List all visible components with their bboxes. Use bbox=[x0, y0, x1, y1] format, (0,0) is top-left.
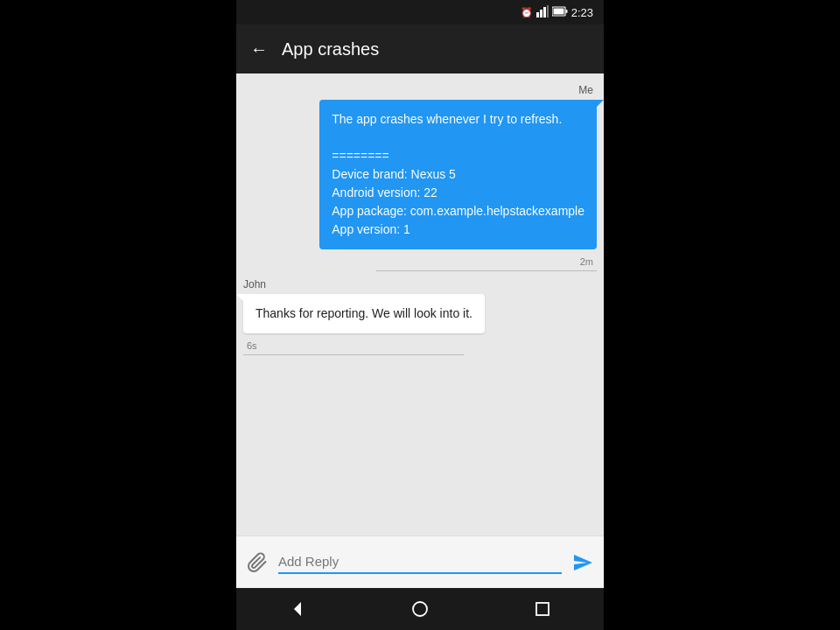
received-timestamp: 6s bbox=[236, 340, 604, 351]
received-message-text: Thanks for reporting. We will look into … bbox=[256, 306, 472, 320]
reply-input[interactable] bbox=[278, 550, 562, 572]
received-divider bbox=[243, 354, 464, 355]
send-icon bbox=[572, 552, 593, 573]
sent-timestamp: 2m bbox=[236, 256, 604, 267]
send-button[interactable] bbox=[569, 549, 597, 577]
svg-marker-7 bbox=[294, 602, 301, 616]
app-bar: ← App crashes bbox=[236, 24, 604, 74]
svg-rect-0 bbox=[536, 12, 539, 18]
back-button[interactable]: ← bbox=[250, 39, 268, 60]
svg-rect-1 bbox=[540, 10, 542, 18]
status-time: 2:23 bbox=[571, 6, 593, 19]
nav-recents-button[interactable] bbox=[525, 592, 560, 626]
alarm-icon: ⏰ bbox=[521, 7, 533, 18]
reply-input-wrapper bbox=[278, 550, 562, 574]
message-bubble-received: Thanks for reporting. We will look into … bbox=[243, 294, 485, 333]
message-container-received: John Thanks for reporting. We will look … bbox=[236, 278, 604, 333]
message-bubble-sent: The app crashes whenever I try to refres… bbox=[319, 100, 597, 249]
input-underline bbox=[278, 572, 562, 574]
message-container-sent: Me The app crashes whenever I try to ref… bbox=[236, 84, 604, 249]
status-icons: ⏰ 2:23 bbox=[521, 5, 593, 19]
nav-home-button[interactable] bbox=[402, 592, 438, 626]
input-area bbox=[236, 536, 604, 588]
svg-rect-2 bbox=[543, 7, 546, 18]
svg-rect-6 bbox=[553, 9, 564, 15]
attach-button[interactable] bbox=[243, 549, 271, 577]
phone-frame: ⏰ 2:23 ← App crashes bbox=[236, 0, 604, 630]
nav-bar bbox=[236, 588, 604, 630]
paperclip-icon bbox=[247, 552, 268, 573]
nav-back-button[interactable] bbox=[280, 592, 315, 626]
chat-area: Me The app crashes whenever I try to ref… bbox=[236, 74, 604, 536]
svg-rect-9 bbox=[536, 603, 549, 615]
sent-divider bbox=[376, 270, 597, 271]
app-bar-title: App crashes bbox=[282, 39, 379, 60]
signal-icon bbox=[536, 5, 549, 19]
svg-point-8 bbox=[413, 602, 427, 616]
sender-label-john: John bbox=[243, 278, 266, 290]
sender-label-me: Me bbox=[578, 84, 593, 96]
status-bar: ⏰ 2:23 bbox=[236, 0, 604, 24]
sent-message-text: The app crashes whenever I try to refres… bbox=[332, 112, 584, 236]
battery-icon bbox=[552, 6, 568, 18]
svg-rect-5 bbox=[565, 10, 567, 13]
svg-rect-3 bbox=[547, 5, 549, 18]
